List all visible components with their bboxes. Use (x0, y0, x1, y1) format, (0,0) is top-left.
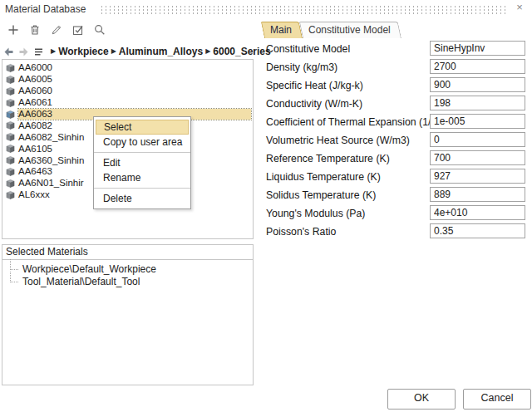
material-name: AA6082 (18, 120, 52, 131)
material-name: AA6005 (18, 74, 52, 85)
material-database-dialog: Material Database × ▶Workpiece▶Aluminum_… (0, 0, 532, 412)
material-cube-icon (6, 110, 15, 120)
material-cube-icon (6, 98, 15, 108)
selected-materials-tree: Workpiece\Default_WorkpieceTool_Material… (2, 260, 253, 288)
plus-icon (7, 24, 19, 36)
toolbar (7, 24, 106, 36)
property-field-row: Conductivity (W/m-K) (266, 96, 526, 114)
breadcrumb-separator-icon: ▶ (111, 47, 116, 55)
material-cube-icon (6, 75, 15, 85)
material-name: AA6000 (18, 62, 52, 73)
material-name: AA6N01_Sinhir (18, 178, 84, 189)
context-menu: SelectCopy to user areaEditRenameDelete (93, 116, 191, 209)
breadcrumb: ▶Workpiece▶Aluminum_Alloys▶6000_Series (3, 44, 271, 58)
property-field-row: Volumetric Heat Source (W/m3) (266, 132, 526, 150)
material-cube-icon (6, 120, 15, 130)
material-cube-icon (6, 144, 15, 154)
property-field-row: Coefficient of Thermal Expansion (1/K) (266, 114, 526, 132)
property-field-row: Reference Temperature (K) (266, 150, 526, 169)
forward-arrow-icon[interactable] (18, 46, 29, 56)
material-cube-icon (6, 63, 15, 73)
property-field-row: Liquidus Temperature (K) (266, 169, 526, 187)
property-field-row: Solidus Temperature (K) (266, 187, 526, 205)
field-value-input[interactable] (430, 59, 525, 74)
close-icon[interactable]: × (513, 1, 526, 14)
breadcrumb-items: ▶Workpiece▶Aluminum_Alloys▶6000_Series (48, 46, 271, 57)
breadcrumb-item[interactable]: 6000_Series (213, 46, 270, 57)
context-menu-separator (94, 152, 190, 153)
material-list-item[interactable]: AA6060 (2, 86, 253, 97)
field-label: Volumetric Heat Source (W/m3) (266, 135, 410, 146)
field-value-input[interactable] (430, 96, 525, 110)
field-value-input[interactable] (430, 169, 525, 184)
field-label: Solidus Temperature (K) (266, 189, 376, 201)
list-menu-icon[interactable] (33, 46, 44, 56)
context-menu-item[interactable]: Copy to user area (96, 135, 189, 150)
breadcrumb-item[interactable]: Aluminum_Alloys (119, 46, 203, 57)
field-value-input[interactable] (430, 41, 525, 56)
property-field-row: Young's Modulus (Pa) (266, 205, 526, 223)
field-value-input[interactable] (430, 77, 525, 92)
delete-button[interactable] (29, 24, 41, 36)
field-label: Reference Temperature (K) (266, 153, 390, 164)
material-name: AA6061 (18, 97, 52, 108)
field-value-input[interactable] (430, 150, 525, 165)
context-menu-item[interactable]: Edit (96, 155, 189, 170)
pencil-icon (51, 24, 62, 36)
material-list-item[interactable]: AA6005 (2, 74, 253, 86)
context-menu-item[interactable]: Select (96, 120, 189, 135)
material-cube-icon (6, 190, 15, 200)
material-cube-icon (6, 132, 15, 142)
field-value-input[interactable] (430, 132, 525, 147)
material-name: AA6360_Sinhin (18, 155, 84, 166)
breadcrumb-separator-icon: ▶ (51, 47, 56, 55)
magnifier-icon (94, 24, 106, 36)
context-menu-separator (94, 188, 190, 189)
material-name: AA6105 (18, 144, 52, 154)
field-value-input[interactable] (430, 223, 525, 238)
selected-material-item[interactable]: Workpiece\Default_Workpiece (2, 263, 253, 276)
property-field-row: Constitutive Model (266, 41, 526, 59)
field-label: Liquidus Temperature (K) (266, 171, 381, 183)
breadcrumb-item[interactable]: Workpiece (58, 46, 108, 57)
material-name: AL6xxx (18, 189, 50, 200)
breadcrumb-separator-icon: ▶ (205, 47, 210, 55)
context-menu-item[interactable]: Rename (96, 170, 189, 185)
field-value-input[interactable] (430, 187, 525, 202)
search-button[interactable] (94, 24, 106, 36)
ok-button[interactable]: OK (387, 389, 456, 410)
material-cube-icon (6, 155, 15, 165)
material-cube-icon (6, 179, 15, 189)
property-field-row: Density (kg/m3) (266, 59, 526, 77)
select-check-button[interactable] (72, 24, 84, 36)
selected-material-item[interactable]: Tool_Material\Default_Tool (2, 276, 253, 288)
field-label: Specific Heat (J/kg-k) (266, 80, 363, 91)
check-square-icon (72, 24, 84, 36)
field-value-input[interactable] (430, 114, 525, 129)
tab-main[interactable]: Main (264, 22, 303, 38)
edit-button[interactable] (51, 24, 62, 36)
material-name: AA6060 (18, 86, 52, 96)
window-title: Material Database (5, 3, 86, 15)
material-cube-icon (6, 167, 15, 177)
material-list-item[interactable]: AA6000 (2, 62, 253, 74)
tab-constitutive-model[interactable]: Constitutive Model (303, 22, 401, 38)
field-label: Young's Modulus (Pa) (266, 208, 365, 219)
back-arrow-icon[interactable] (3, 46, 14, 56)
cancel-button[interactable]: Cancel (463, 389, 531, 410)
material-name: AA6463 (18, 166, 52, 177)
trash-icon (29, 24, 41, 36)
drag-handle[interactable] (100, 5, 509, 14)
field-label: Coefficient of Thermal Expansion (1/K) (266, 116, 441, 128)
property-field-row: Specific Heat (J/kg-k) (266, 77, 526, 96)
add-button[interactable] (7, 24, 19, 36)
context-menu-item[interactable]: Delete (96, 191, 189, 206)
property-fields: Constitutive Model Density (kg/m3) Speci… (266, 41, 526, 242)
selected-materials-header: Selected Materials (2, 245, 253, 260)
field-label: Constitutive Model (266, 43, 350, 55)
material-cube-icon (6, 86, 15, 96)
field-value-input[interactable] (430, 205, 525, 220)
field-label: Poisson's Ratio (266, 226, 336, 238)
property-field-row: Poisson's Ratio (266, 223, 526, 242)
material-list-item[interactable]: AA6061 (2, 97, 253, 109)
